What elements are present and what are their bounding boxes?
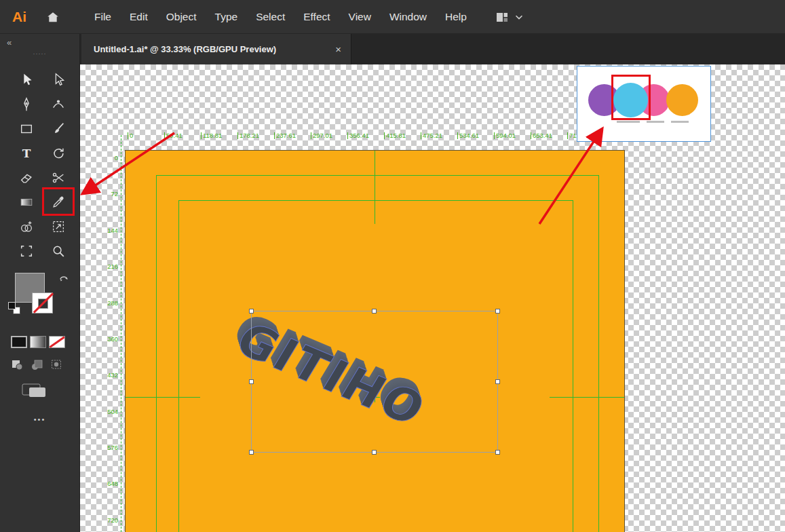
- selection-handle[interactable]: [249, 309, 254, 314]
- selection-handle[interactable]: [495, 379, 500, 384]
- ruler-label: 216: [99, 263, 118, 270]
- document-tab-title: Untitled-1.ai* @ 33.33% (RGB/GPU Preview…: [94, 44, 330, 54]
- app-logo[interactable]: Ai: [12, 9, 26, 25]
- default-fill-stroke-button[interactable]: [8, 302, 22, 316]
- document-tab[interactable]: Untitled-1.ai* @ 33.33% (RGB/GPU Preview…: [81, 34, 351, 64]
- ruler-label: 237.61: [274, 132, 296, 139]
- gradient-button[interactable]: [30, 336, 46, 348]
- menu-edit[interactable]: Edit: [130, 11, 148, 23]
- paintbrush-tool-icon: [51, 121, 66, 136]
- selection-handle[interactable]: [495, 450, 500, 455]
- selection-tool-button[interactable]: [18, 71, 35, 89]
- menu-type[interactable]: Type: [215, 11, 238, 23]
- eraser-tool-button[interactable]: [18, 169, 35, 187]
- ruler-label: 59.41: [164, 132, 183, 139]
- chevron-down-icon: [514, 12, 524, 22]
- screen-mode-button[interactable]: [20, 381, 50, 399]
- swap-fill-stroke-button[interactable]: [58, 273, 69, 284]
- draw-behind-icon: [31, 358, 43, 370]
- guide-center-left: [126, 397, 200, 398]
- eraser-tool-icon: [19, 170, 34, 185]
- zoom-tool-button[interactable]: [50, 242, 67, 260]
- collapse-panel-button[interactable]: «: [7, 37, 12, 48]
- direct-selection-tool-button[interactable]: [50, 71, 67, 89]
- none-slash-icon: [49, 336, 65, 348]
- ruler-label: 0: [99, 155, 118, 162]
- curvature-tool-button[interactable]: [50, 96, 67, 113]
- edit-toolbar-button[interactable]: •••: [0, 415, 79, 423]
- menu-effect[interactable]: Effect: [303, 11, 330, 23]
- artboard-tool-button[interactable]: [18, 242, 35, 260]
- menu-file[interactable]: File: [94, 11, 111, 23]
- ruler-label: 653.41: [531, 132, 552, 139]
- selection-tool-icon: [19, 73, 34, 88]
- circle-orange: [666, 84, 698, 116]
- stroke-none-indicator: [33, 292, 54, 313]
- menu-view[interactable]: View: [349, 11, 371, 23]
- rectangle-tool-button[interactable]: [18, 120, 35, 138]
- selection-handle[interactable]: [495, 309, 500, 314]
- selection-handle[interactable]: [372, 450, 377, 455]
- draw-inside-button[interactable]: [50, 358, 62, 370]
- artboard-tool-icon: [19, 244, 34, 259]
- free-transform-tool-button[interactable]: [50, 218, 67, 235]
- ruler-label: 534.61: [457, 132, 479, 139]
- annotation-box-cyan-swatch: [611, 75, 651, 120]
- selection-bounding-box: [251, 311, 498, 453]
- left-ruler-line: [121, 135, 121, 532]
- menu-window[interactable]: Window: [389, 11, 427, 23]
- rectangle-tool-icon: [19, 121, 34, 136]
- shape-builder-tool-button[interactable]: [18, 218, 35, 235]
- ruler-label: 432: [99, 372, 118, 379]
- home-button[interactable]: [45, 10, 60, 24]
- zoom-tool-icon: [51, 244, 66, 259]
- scissors-tool-button[interactable]: [50, 169, 67, 187]
- ruler-label: 576: [99, 444, 118, 451]
- gradient-tool-button[interactable]: [18, 193, 35, 211]
- close-tab-button[interactable]: ×: [335, 43, 341, 55]
- draw-normal-button[interactable]: [11, 358, 23, 370]
- menu-object[interactable]: Object: [166, 11, 197, 23]
- color-button[interactable]: [11, 336, 27, 348]
- ruler-label: 504: [99, 408, 118, 415]
- rotate-tool-button[interactable]: [50, 145, 67, 162]
- screen-mode-icon: [20, 381, 50, 399]
- illustrator-window: Ai File Edit Object Type Select Effect V…: [0, 0, 785, 532]
- ruler-label: 356.41: [347, 132, 369, 139]
- home-icon: [45, 10, 60, 24]
- workspace-switcher-button[interactable]: [495, 10, 524, 24]
- scissors-tool-icon: [51, 170, 66, 185]
- ruler-label: 475.21: [421, 132, 442, 139]
- ruler-label: 118.81: [201, 132, 222, 139]
- type-tool-button[interactable]: T: [18, 145, 35, 162]
- canvas[interactable]: 0 59.41 118.81 178.21 237.61 297.01 356.…: [80, 64, 785, 532]
- ruler-label: 288: [99, 300, 118, 307]
- pen-tool-button[interactable]: [18, 96, 35, 113]
- ruler-label: 415.81: [384, 132, 406, 139]
- paintbrush-tool-button[interactable]: [50, 120, 67, 138]
- menu-select[interactable]: Select: [256, 11, 285, 23]
- menu-help[interactable]: Help: [445, 11, 467, 23]
- ruler-label: 360: [99, 336, 118, 343]
- ruler-label: 648: [99, 480, 118, 487]
- draw-inside-icon: [50, 358, 62, 370]
- workspace-icon: [495, 10, 509, 24]
- stroke-color-swatch[interactable]: [32, 292, 53, 314]
- draw-normal-icon: [11, 358, 23, 370]
- ruler-label: 297.01: [311, 132, 332, 139]
- menu-bar: Ai File Edit Object Type Select Effect V…: [0, 0, 785, 34]
- gradient-tool-icon: [19, 195, 34, 210]
- ruler-label: 144: [99, 227, 118, 234]
- caption-text: [617, 121, 640, 123]
- guide-center-right: [550, 397, 624, 398]
- none-button[interactable]: [49, 336, 65, 348]
- selection-handle[interactable]: [249, 379, 254, 384]
- direct-selection-tool-icon: [51, 73, 66, 88]
- annotation-box-eyedropper: [42, 187, 75, 216]
- toolbar-grip[interactable]: ·····: [0, 50, 79, 57]
- selection-handle[interactable]: [372, 309, 377, 314]
- shape-builder-tool-icon: [19, 219, 34, 234]
- selection-handle[interactable]: [249, 450, 254, 455]
- draw-behind-button[interactable]: [31, 358, 43, 370]
- free-transform-tool-icon: [51, 219, 66, 234]
